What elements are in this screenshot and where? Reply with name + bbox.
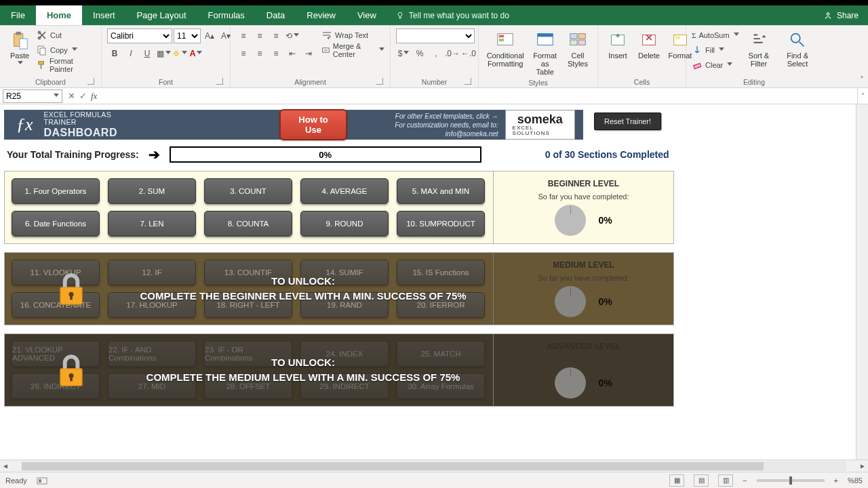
fill-color-button[interactable]	[172, 46, 187, 61]
trainer-section-button[interactable]: 6. Date Functions	[12, 211, 100, 237]
trainer-section-button[interactable]: 4. AVERAGE	[300, 178, 389, 204]
orientation-button[interactable]: ⟲	[285, 28, 300, 43]
font-color-button[interactable]: A	[189, 46, 203, 61]
trainer-section-button[interactable]: 3. COUNT	[204, 178, 292, 204]
zoom-slider[interactable]	[757, 479, 825, 482]
how-to-use-button[interactable]: How to Use	[279, 109, 348, 140]
progress-value-box: 0%	[170, 146, 481, 163]
tab-file[interactable]: File	[0, 5, 36, 25]
beginner-buttons: 1. Four Operators2. SUM3. COUNT4. AVERAG…	[5, 171, 493, 243]
expand-formula-bar-button[interactable]: ˅	[857, 88, 868, 104]
name-box[interactable]: R25	[3, 89, 62, 103]
copy-button[interactable]: Copy	[37, 43, 96, 57]
align-top-button[interactable]: ≡	[236, 28, 251, 43]
trainer-section-button[interactable]: 7. LEN	[108, 211, 196, 237]
decrease-decimal-button[interactable]: ←.0	[461, 46, 476, 61]
wrap-text-button[interactable]: Wrap Text	[321, 28, 384, 42]
dialog-launcher-icon[interactable]	[376, 78, 383, 85]
status-ready: Ready	[5, 476, 27, 485]
italic-button[interactable]: I	[123, 46, 138, 61]
arrow-right-icon: ➔	[149, 146, 160, 163]
insert-cells-button[interactable]: Insert	[604, 28, 632, 61]
fx-icon[interactable]: fx	[91, 91, 97, 102]
scroll-right-button[interactable]: ►	[857, 462, 868, 470]
dialog-launcher-icon[interactable]	[465, 78, 471, 85]
increase-decimal-button[interactable]: .0→	[445, 46, 460, 61]
fill-button[interactable]: Fill	[692, 43, 739, 57]
medium-unlock-line2: COMPLETE THE BEGINNER LEVEL WITH A MIN. …	[140, 289, 466, 304]
conditional-formatting-button[interactable]: Conditional Formatting	[484, 28, 526, 69]
tab-view[interactable]: View	[347, 5, 387, 25]
tab-review[interactable]: Review	[296, 5, 347, 25]
zoom-level[interactable]: %85	[848, 476, 863, 485]
cut-button[interactable]: Cut	[37, 28, 96, 42]
accounting-format-button[interactable]: $	[396, 46, 411, 61]
format-painter-button[interactable]: Format Painter	[37, 58, 96, 72]
autosum-button[interactable]: Σ AutoSum	[692, 28, 739, 42]
number-format-select[interactable]	[396, 28, 475, 43]
scroll-left-button[interactable]: ◄	[0, 462, 11, 470]
page-break-view-button[interactable]: ▥	[718, 474, 733, 487]
align-middle-button[interactable]: ≡	[252, 28, 267, 43]
underline-button[interactable]: U	[140, 46, 155, 61]
normal-view-button[interactable]: ▦	[669, 474, 684, 487]
tell-me-label: Tell me what you want to do	[409, 11, 509, 20]
tab-data[interactable]: Data	[256, 5, 296, 25]
comma-format-button[interactable]: ,	[429, 46, 443, 61]
format-as-table-button[interactable]: Format as Table	[529, 28, 561, 77]
dialog-launcher-icon[interactable]	[87, 78, 94, 85]
vertical-scrollbar[interactable]	[856, 104, 868, 460]
dialog-launcher-icon[interactable]	[216, 78, 223, 85]
ribbon-tabs: File Home Insert Page Layout Formulas Da…	[0, 5, 868, 26]
name-box-value: R25	[6, 92, 21, 101]
increase-indent-button[interactable]: ⇥	[301, 46, 316, 61]
tab-formulas[interactable]: Formulas	[197, 5, 256, 25]
font-size-select[interactable]: 11	[174, 28, 201, 43]
sections-completed: 0 of 30 Sections Completed	[545, 149, 669, 160]
tab-insert[interactable]: Insert	[82, 5, 126, 25]
tab-page-layout[interactable]: Page Layout	[126, 5, 197, 25]
trainer-section-button[interactable]: 10. SUMPRODUCT	[397, 211, 485, 237]
zoom-out-button[interactable]: −	[743, 476, 747, 485]
reset-trainer-button[interactable]: Reset Trainer!	[594, 113, 661, 130]
delete-cells-button[interactable]: Delete	[635, 28, 663, 61]
cell-styles-button[interactable]: Cell Styles	[564, 28, 592, 69]
find-select-button[interactable]: Find & Select	[778, 28, 816, 69]
cancel-formula-button[interactable]: ✕	[68, 91, 75, 102]
trainer-section-button[interactable]: 5. MAX and MIN	[397, 178, 485, 204]
enter-formula-button[interactable]: ✓	[79, 91, 87, 102]
trainer-section-button[interactable]: 9. ROUND	[300, 211, 389, 237]
sort-filter-button[interactable]: Sort & Filter	[742, 28, 776, 69]
collapse-ribbon-button[interactable]: ˄	[860, 75, 864, 85]
formula-input[interactable]	[102, 89, 857, 103]
share-button[interactable]: Share	[814, 5, 868, 25]
trainer-section-button[interactable]: 1. Four Operators	[12, 178, 100, 204]
merge-center-button[interactable]: Merge & Center	[321, 43, 384, 57]
zoom-in-button[interactable]: +	[834, 476, 838, 485]
svg-rect-32	[70, 376, 73, 381]
svg-rect-18	[578, 34, 585, 39]
clear-button[interactable]: Clear	[692, 58, 739, 72]
trainer-section-button[interactable]: 2. SUM	[108, 178, 196, 204]
align-right-button[interactable]: ≡	[269, 46, 283, 61]
someka-logo: someka EXCEL SOLUTIONS	[505, 110, 575, 140]
horizontal-scrollbar[interactable]: ◄ ►	[0, 460, 868, 472]
svg-point-26	[791, 34, 800, 43]
beginner-title: BEGINNER LEVEL	[548, 179, 619, 188]
align-left-button[interactable]: ≡	[236, 46, 251, 61]
align-bottom-button[interactable]: ≡	[269, 28, 283, 43]
tab-home[interactable]: Home	[36, 5, 82, 25]
border-button[interactable]: ▦	[156, 46, 171, 61]
tell-me-search[interactable]: Tell me what you want to do	[387, 5, 814, 25]
page-layout-view-button[interactable]: ▤	[694, 474, 709, 487]
macro-recorder-icon[interactable]	[37, 476, 47, 485]
font-name-select[interactable]: Calibri	[107, 28, 172, 43]
decrease-indent-button[interactable]: ⇤	[285, 46, 300, 61]
trainer-section-button[interactable]: 8. COUNTA	[204, 211, 292, 237]
align-center-button[interactable]: ≡	[252, 46, 267, 61]
alignment-group-label: Alignment	[236, 77, 384, 86]
paste-button[interactable]: Paste	[5, 28, 34, 68]
percent-format-button[interactable]: %	[412, 46, 427, 61]
increase-font-button[interactable]: A▴	[202, 28, 217, 43]
bold-button[interactable]: B	[107, 46, 122, 61]
